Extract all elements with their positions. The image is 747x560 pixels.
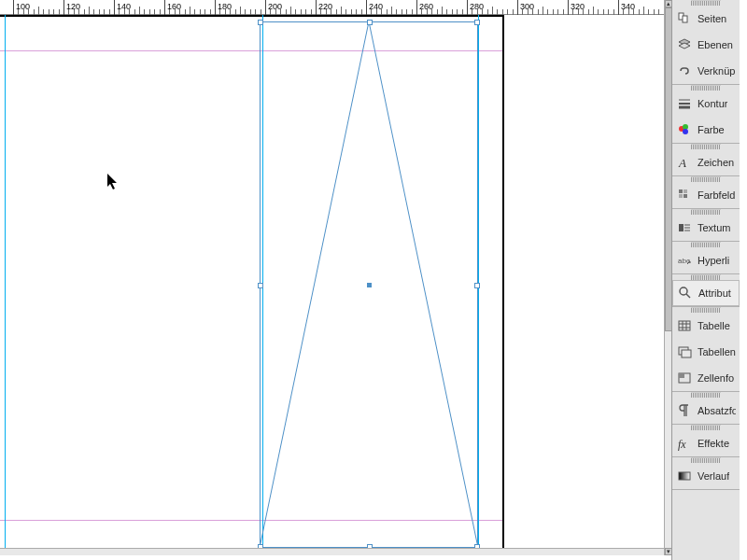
- pages-icon: [676, 10, 693, 27]
- panel-tablestyle[interactable]: Tabellen: [672, 339, 740, 365]
- handle-tm[interactable]: [367, 20, 373, 25]
- horizontal-ruler[interactable]: 100120140160180200220240260280300320340: [0, 0, 664, 15]
- panel-table[interactable]: Tabelle: [672, 313, 740, 339]
- panel-group-pages: Seiten Ebenen Verknüp: [672, 0, 740, 85]
- panel-group-hyperlink: abc Hyperli: [672, 242, 740, 274]
- swatches-icon: [676, 187, 693, 203]
- panel-label: Kontur: [698, 98, 727, 109]
- svg-point-21: [680, 287, 687, 295]
- panel-label: Ebenen: [698, 39, 733, 50]
- handle-ml[interactable]: [258, 283, 263, 288]
- scroll-thumb[interactable]: [665, 7, 672, 331]
- canvas-area[interactable]: 100120140160180200220240260280300320340: [0, 0, 664, 555]
- attributes-icon: [677, 285, 694, 301]
- panel-parastyle[interactable]: Absatzfo: [672, 398, 740, 424]
- hyperlink-icon: abc: [676, 252, 693, 269]
- effects-icon: fx: [676, 435, 693, 452]
- svg-rect-29: [682, 350, 691, 357]
- svg-rect-2: [683, 16, 687, 22]
- panel-group-stroke: Kontur Farbe: [672, 85, 740, 144]
- panel-pages[interactable]: Seiten: [672, 6, 740, 32]
- panel-label: Attribut: [698, 287, 731, 299]
- panel-label: Seiten: [698, 13, 726, 24]
- panel-attributes[interactable]: Attribut: [672, 280, 740, 306]
- panel-group-swatches: Farbfeld: [672, 176, 740, 209]
- panel-label: Effekte: [698, 438, 729, 449]
- cellstyle-icon: [676, 370, 693, 386]
- svg-rect-16: [679, 224, 684, 231]
- layers-icon: [676, 36, 693, 53]
- panel-cellstyle[interactable]: Zellenfo: [672, 365, 740, 391]
- panel-group-attributes: Attribut: [672, 274, 740, 307]
- selection-center: [367, 283, 372, 287]
- svg-line-22: [686, 294, 690, 298]
- panel-label: Verknüp: [698, 65, 735, 77]
- panel-label: Tabelle: [698, 320, 730, 331]
- panel-group-gradient: Verlauf: [672, 457, 740, 490]
- svg-text:fx: fx: [678, 438, 686, 451]
- svg-rect-15: [684, 194, 687, 198]
- handle-tr[interactable]: [474, 20, 480, 25]
- panel-color[interactable]: Farbe: [672, 117, 740, 143]
- panel-label: Absatzfo: [698, 405, 736, 416]
- horizontal-scrollbar[interactable]: [0, 548, 664, 555]
- panel-links[interactable]: Verknüp: [672, 58, 740, 84]
- panel-layers[interactable]: Ebenen: [672, 32, 740, 58]
- svg-rect-14: [679, 194, 683, 198]
- panel-stroke[interactable]: Kontur: [672, 91, 740, 117]
- svg-point-10: [683, 129, 688, 134]
- color-icon: [676, 121, 693, 138]
- panel-textwrap[interactable]: Textum: [672, 215, 740, 241]
- panel-group-parastyle: Absatzfo: [672, 392, 740, 425]
- tablestyle-icon: [676, 343, 693, 360]
- handle-mr[interactable]: [474, 283, 480, 288]
- svg-rect-31: [679, 373, 684, 378]
- panel-group-table: Tabelle Tabellen Zellenfo: [672, 307, 740, 392]
- paragraph-icon: [676, 402, 693, 419]
- gradient-icon: [676, 468, 693, 484]
- links-icon: [676, 63, 693, 79]
- panel-effects[interactable]: fx Effekte: [672, 430, 740, 456]
- scroll-up-arrow[interactable]: ▴: [665, 0, 672, 7]
- panel-swatches[interactable]: Farbfeld: [672, 182, 740, 208]
- panel-gradient[interactable]: Verlauf: [672, 463, 740, 489]
- panel-label: Verlauf: [698, 470, 729, 482]
- panel-group-character: A Zeichen: [672, 144, 740, 176]
- svg-text:A: A: [678, 156, 686, 170]
- vertical-guide-1[interactable]: [5, 15, 6, 552]
- panel-hyperlink[interactable]: abc Hyperli: [672, 247, 740, 273]
- panel-character[interactable]: A Zeichen: [672, 149, 740, 175]
- scroll-track[interactable]: [665, 7, 672, 548]
- panel-strip: Seiten Ebenen Verknüp Kontur Far: [671, 0, 740, 560]
- svg-rect-12: [679, 189, 683, 193]
- svg-marker-4: [679, 43, 690, 49]
- svg-rect-33: [679, 472, 690, 480]
- panel-label: Tabellen: [698, 346, 736, 357]
- textwrap-icon: [676, 219, 693, 236]
- handle-tl[interactable]: [258, 20, 263, 25]
- panel-label: Farbfeld: [698, 189, 735, 201]
- table-icon: [676, 317, 693, 334]
- scroll-down-arrow[interactable]: ▾: [665, 548, 672, 555]
- character-icon: A: [676, 154, 693, 171]
- panel-group-textwrap: Textum: [672, 209, 740, 242]
- panel-label: Zellenfo: [698, 372, 734, 384]
- panel-label: Farbe: [698, 124, 725, 135]
- vertical-scrollbar[interactable]: ▴ ▾: [664, 0, 671, 555]
- panel-label: Zeichen: [698, 157, 734, 168]
- panel-group-effects: fx Effekte: [672, 425, 740, 457]
- panel-label: Textum: [698, 222, 730, 233]
- svg-rect-23: [679, 321, 690, 330]
- panel-label: Hyperli: [698, 255, 729, 266]
- svg-rect-13: [684, 189, 687, 193]
- stroke-icon: [676, 95, 693, 112]
